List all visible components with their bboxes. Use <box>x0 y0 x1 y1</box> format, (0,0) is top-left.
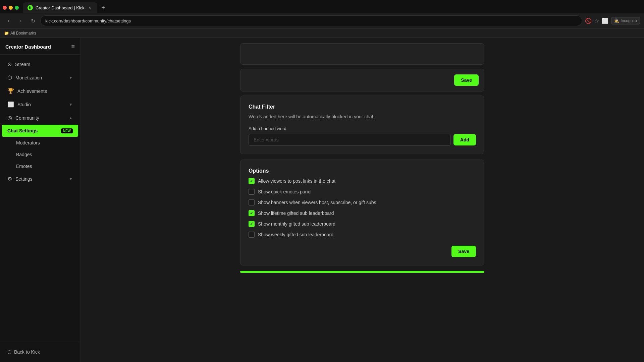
main-content: Save Chat Filter Words added here will b… <box>80 38 644 362</box>
top-save-card: Save <box>240 69 484 92</box>
chat-settings-new-badge: NEW <box>61 128 73 133</box>
chat-filter-title: Chat Filter <box>249 104 476 110</box>
sidebar-item-community-label: Community <box>15 115 65 121</box>
options-list: Allow viewers to post links in the chat … <box>249 178 476 238</box>
sidebar-item-badges[interactable]: Badges <box>2 149 78 160</box>
monetization-icon: ⬡ <box>7 74 12 81</box>
checkbox-banners[interactable] <box>249 199 255 205</box>
option-label-quick-emotes: Show quick emotes panel <box>258 189 312 194</box>
sidebar-header: Creator Dashboard ≡ <box>0 38 80 55</box>
bookmark-icon[interactable]: ☆ <box>594 18 599 24</box>
community-chevron-icon: ▲ <box>69 116 73 120</box>
new-tab-button[interactable]: + <box>99 3 108 12</box>
sidebar: Creator Dashboard ≡ ⊙ Stream ⬡ Monetizat… <box>0 38 80 362</box>
option-row-banners: Show banners when viewers host, subscrib… <box>249 199 476 205</box>
app-container: Creator Dashboard ≡ ⊙ Stream ⬡ Monetizat… <box>0 38 644 362</box>
sidebar-item-chat-settings[interactable]: Chat Settings NEW <box>2 125 78 137</box>
sidebar-title: Creator Dashboard <box>5 44 51 50</box>
window-controls <box>3 6 19 10</box>
bookmarks-label: All Bookmarks <box>10 31 36 36</box>
tab-title: Creator Dashboard | Kick <box>36 5 85 10</box>
option-row-allow-links: Allow viewers to post links in the chat <box>249 178 476 184</box>
option-label-monthly-gifted: Show monthly gifted sub leaderboard <box>258 221 335 227</box>
active-tab[interactable]: K Creator Dashboard | Kick × <box>23 2 97 13</box>
checkbox-monthly-gifted[interactable] <box>249 221 255 227</box>
options-card: Options Allow viewers to post links in t… <box>240 160 484 265</box>
option-label-banners: Show banners when viewers host, subscrib… <box>258 200 376 205</box>
sidebar-item-achievements-label: Achievements <box>17 88 73 94</box>
banned-word-input-row: Add <box>249 134 476 146</box>
sidebar-item-stream[interactable]: ⊙ Stream <box>2 58 78 71</box>
sidebar-item-moderators[interactable]: Moderators <box>2 137 78 148</box>
option-label-allow-links: Allow viewers to post links in the chat <box>258 178 335 184</box>
minimize-window-btn[interactable] <box>9 6 13 10</box>
incognito-icon: 🕵 <box>614 18 619 23</box>
sidebar-item-emotes[interactable]: Emotes <box>2 161 78 172</box>
option-label-lifetime-gifted: Show lifetime gifted sub leaderboard <box>258 210 334 216</box>
studio-icon: ⬜ <box>7 101 14 108</box>
sidebar-item-monetization[interactable]: ⬡ Monetization ▼ <box>2 71 78 84</box>
options-save-button[interactable]: Save <box>451 246 476 257</box>
settings-icon: ⚙ <box>7 176 12 182</box>
sidebar-item-monetization-label: Monetization <box>15 75 65 80</box>
bookmarks-bar: 📁 All Bookmarks <box>0 28 644 38</box>
maximize-window-btn[interactable] <box>15 6 19 10</box>
option-row-monthly-gifted: Show monthly gifted sub leaderboard <box>249 221 476 227</box>
checkbox-weekly-gifted[interactable] <box>249 232 255 238</box>
chat-filter-description: Words added here will be automatically b… <box>249 114 476 119</box>
top-save-button[interactable]: Save <box>454 74 479 86</box>
option-row-quick-emotes: Show quick emotes panel <box>249 189 476 195</box>
devices-icon[interactable]: ⬜ <box>602 18 608 24</box>
nav-bar: ‹ › ↻ kick.com/dashboard/community/chats… <box>0 13 644 28</box>
stream-icon: ⊙ <box>7 61 12 67</box>
sidebar-item-achievements[interactable]: 🏆 Achievements <box>2 84 78 98</box>
close-window-btn[interactable] <box>3 6 7 10</box>
incognito-badge: 🕵 Incognito <box>611 17 640 24</box>
tab-bar: K Creator Dashboard | Kick × + <box>0 0 644 13</box>
sidebar-item-stream-label: Stream <box>15 62 73 67</box>
refresh-nav-button[interactable]: ↻ <box>28 16 38 25</box>
studio-chevron-icon: ▼ <box>69 102 73 107</box>
url-bar[interactable]: kick.com/dashboard/community/chatsetting… <box>40 15 582 26</box>
settings-chevron-icon: ▼ <box>69 177 73 181</box>
checkbox-lifetime-gifted[interactable] <box>249 210 255 216</box>
back-to-kick-icon: ⬡ <box>7 349 11 355</box>
incognito-label: Incognito <box>621 18 637 23</box>
sidebar-item-settings[interactable]: ⚙ Settings ▼ <box>2 172 78 185</box>
sidebar-item-chat-settings-label: Chat Settings <box>7 128 58 133</box>
browser-chrome: K Creator Dashboard | Kick × + ‹ › ↻ kic… <box>0 0 644 38</box>
sidebar-item-moderators-label: Moderators <box>16 140 40 145</box>
sidebar-nav: ⊙ Stream ⬡ Monetization ▼ 🏆 Achievements… <box>0 55 80 342</box>
forward-nav-button[interactable]: › <box>16 16 25 25</box>
banned-word-input[interactable] <box>249 134 451 146</box>
community-icon: ◎ <box>7 115 12 121</box>
chat-filter-card: Chat Filter Words added here will be aut… <box>240 96 484 154</box>
content-area: Save Chat Filter Words added here will b… <box>235 43 490 273</box>
back-nav-button[interactable]: ‹ <box>4 16 13 25</box>
camera-off-icon: 🚫 <box>585 18 592 24</box>
sidebar-item-community[interactable]: ◎ Community ▲ <box>2 111 78 124</box>
top-partial-card <box>240 43 484 65</box>
checkbox-allow-links[interactable] <box>249 178 255 184</box>
sidebar-collapse-button[interactable]: ≡ <box>71 43 75 50</box>
add-banned-word-button[interactable]: Add <box>453 134 476 145</box>
tab-favicon: K <box>28 5 33 10</box>
monetization-chevron-icon: ▼ <box>69 75 73 80</box>
back-to-kick-button[interactable]: ⬡ Back to Kick <box>3 346 77 358</box>
tab-close-icon[interactable]: × <box>87 5 93 10</box>
bookmarks-folder-icon: 📁 <box>4 31 9 36</box>
back-to-kick-label: Back to Kick <box>14 349 40 355</box>
sidebar-footer: ⬡ Back to Kick <box>0 342 80 362</box>
checkbox-quick-emotes[interactable] <box>249 189 255 195</box>
sidebar-item-emotes-label: Emotes <box>16 164 32 169</box>
sidebar-item-studio-label: Studio <box>17 102 65 107</box>
options-title: Options <box>249 168 476 174</box>
achievements-icon: 🏆 <box>7 88 14 94</box>
nav-right-controls: 🚫 ☆ ⬜ 🕵 Incognito <box>585 17 640 24</box>
sidebar-item-studio[interactable]: ⬜ Studio ▼ <box>2 98 78 111</box>
option-row-weekly-gifted: Show weekly gifted sub leaderboard <box>249 232 476 238</box>
bottom-accent-bar <box>240 271 484 273</box>
sidebar-item-settings-label: Settings <box>15 176 65 182</box>
option-label-weekly-gifted: Show weekly gifted sub leaderboard <box>258 232 333 237</box>
sidebar-item-badges-label: Badges <box>16 152 32 157</box>
